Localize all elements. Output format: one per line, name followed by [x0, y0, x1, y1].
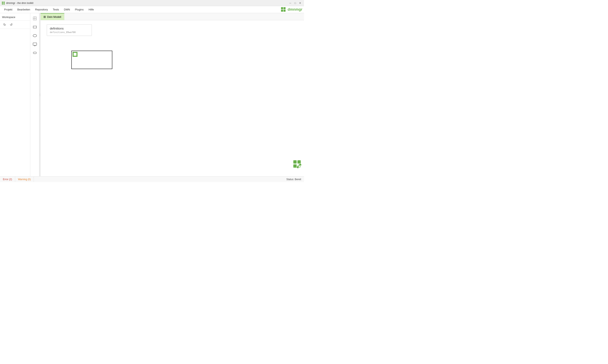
canvas-tab-model[interactable]: ⊞ Dein Modell	[40, 13, 64, 20]
definitions-id: definitions_09waf08	[50, 31, 89, 34]
canvas-tabs: ⊞ Dein Modell	[40, 13, 304, 20]
menu-bar: Projekt Bearbeiten Repository Tests DMN …	[0, 6, 304, 13]
svg-rect-22	[293, 164, 297, 168]
svg-rect-2	[2, 3, 3, 4]
status-ready: Status: Bereit	[284, 178, 304, 181]
palette-rectangle-tool[interactable]	[31, 23, 39, 31]
svg-point-26	[298, 165, 299, 166]
menu-bearbeiten[interactable]: Bearbeiten	[15, 7, 33, 12]
sidebar-header: Workspace	[0, 13, 30, 21]
decision-table-icon	[73, 52, 78, 57]
menu-hilfe[interactable]: Hilfe	[86, 7, 96, 12]
refresh-button[interactable]: ↻	[2, 22, 7, 27]
status-error[interactable]: Error (2)	[0, 176, 15, 182]
svg-rect-3	[3, 3, 5, 4]
title-bar-left: dmnmgr - the dmn toolkit	[2, 1, 33, 5]
status-bar: Error (2) Warning (0) Status: Bereit	[0, 176, 304, 182]
svg-rect-11	[33, 26, 37, 28]
svg-rect-5	[284, 7, 285, 9]
close-button[interactable]: ✕	[298, 1, 302, 5]
svg-rect-13	[33, 43, 37, 45]
palette-select-tool[interactable]	[31, 15, 39, 22]
menu-repository[interactable]: Repository	[33, 7, 50, 12]
palette-curved-rect-tool[interactable]	[31, 49, 39, 57]
svg-rect-4	[281, 7, 283, 9]
canvas-wrapper: ⊞ Dein Modell definitions definitions_09…	[40, 13, 304, 176]
app-icon	[2, 1, 5, 5]
palette	[30, 13, 39, 176]
svg-rect-1	[3, 2, 5, 3]
maximize-button[interactable]: □	[293, 1, 298, 5]
menu-dmn[interactable]: DMN	[62, 7, 73, 12]
sidebar: Workspace ↻ ↺	[0, 13, 30, 176]
canvas[interactable]: definitions definitions_09waf08	[40, 20, 304, 176]
svg-point-28	[298, 166, 300, 168]
svg-rect-6	[281, 10, 283, 12]
definitions-box[interactable]: definitions definitions_09waf08	[47, 24, 92, 36]
menu-projekt[interactable]: Projekt	[2, 7, 15, 12]
tab-grid-icon: ⊞	[43, 15, 46, 18]
brand-name: dmnmgr	[288, 7, 302, 12]
svg-rect-21	[298, 160, 301, 164]
palette-ellipse-tool[interactable]	[31, 32, 39, 39]
svg-rect-7	[284, 10, 285, 12]
svg-rect-19	[74, 53, 77, 54]
status-warning[interactable]: Warning (0)	[15, 176, 34, 182]
decision-element[interactable]	[71, 51, 112, 69]
reset-button[interactable]: ↺	[9, 22, 13, 27]
window-controls: ─ □ ✕	[288, 1, 302, 5]
logo-bottom-right	[293, 159, 302, 169]
svg-point-12	[33, 34, 37, 37]
menu-tests[interactable]: Tests	[51, 7, 62, 12]
title-text: dmnmgr - the dmn toolkit	[6, 2, 33, 4]
brand-icon	[281, 7, 286, 13]
canvas-tab-label: Dein Modell	[47, 15, 61, 18]
svg-rect-0	[2, 2, 3, 3]
definitions-title: definitions	[50, 27, 89, 30]
brand: dmnmgr	[281, 7, 302, 13]
palette-message-tool[interactable]	[31, 40, 39, 48]
svg-rect-20	[293, 160, 297, 164]
svg-rect-14	[33, 52, 37, 54]
minimize-button[interactable]: ─	[288, 1, 293, 5]
sidebar-toolbar: ↻ ↺	[0, 21, 30, 29]
menu-items: Projekt Bearbeiten Repository Tests DMN …	[2, 7, 96, 12]
menu-plugins[interactable]: Plugins	[72, 7, 86, 12]
main-layout: Workspace ↻ ↺	[0, 13, 304, 176]
title-bar: dmnmgr - the dmn toolkit ─ □ ✕	[0, 0, 304, 6]
